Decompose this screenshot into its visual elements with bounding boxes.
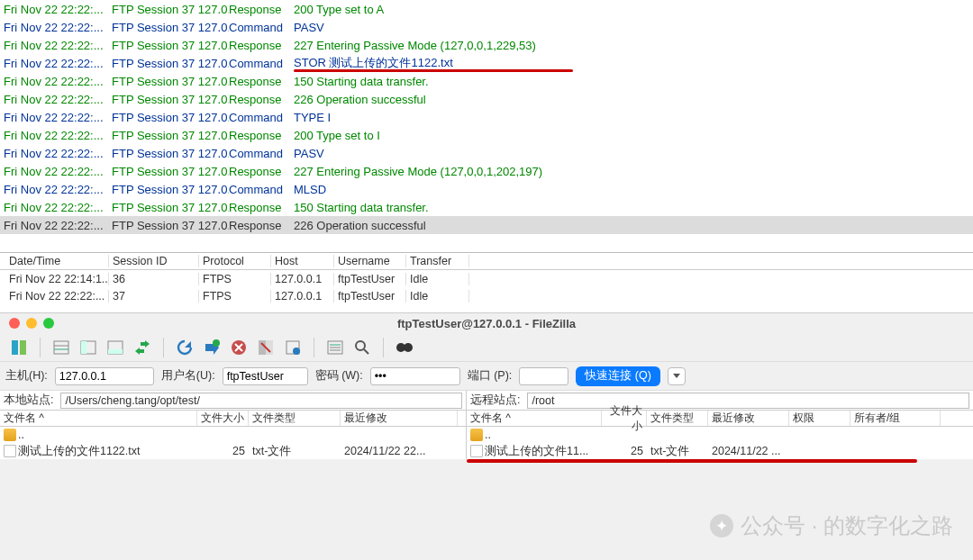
log-row[interactable]: Fri Nov 22 22:22:...FTP Session 37 127.0… [0, 144, 973, 162]
local-list-body[interactable]: ..测试上传的文件1122.txt25txt-文件2024/11/22 22..… [0, 427, 466, 459]
log-message: 200 Type set to I [294, 129, 969, 142]
maximize-icon[interactable] [43, 318, 54, 329]
log-message: MLSD [294, 183, 969, 196]
col-user[interactable]: Username [334, 255, 406, 267]
col-name[interactable]: 文件名 ^ [0, 411, 197, 426]
list-item[interactable]: 测试上传的文件11...25txt-文件2024/11/22 ... [467, 443, 973, 459]
col-name[interactable]: 文件名 ^ [467, 411, 602, 426]
log-row[interactable]: Fri Nov 22 22:22:...FTP Session 37 127.0… [0, 72, 973, 90]
col-proto[interactable]: Protocol [199, 255, 271, 267]
svg-line-20 [364, 349, 368, 354]
filter-icon[interactable] [325, 338, 345, 357]
user-label: 用户名(U): [161, 368, 215, 384]
titlebar[interactable]: ftpTestUser@127.0.0.1 - FileZilla [0, 313, 973, 333]
log-row[interactable]: Fri Nov 22 22:22:...FTP Session 37 127.0… [0, 0, 973, 18]
remote-path-input[interactable]: /root [527, 393, 969, 409]
log-type: Command [229, 147, 294, 160]
remote-path-pane: 远程站点: /root [467, 391, 973, 410]
log-row[interactable]: Fri Nov 22 22:22:...FTP Session 37 127.0… [0, 36, 973, 54]
log-type: Command [229, 183, 294, 196]
host-input[interactable] [55, 367, 154, 385]
svg-rect-2 [54, 341, 68, 354]
remote-list-body[interactable]: ..测试上传的文件11...25txt-文件2024/11/22 ... [467, 427, 973, 459]
toggle-log-icon[interactable] [51, 338, 71, 357]
col-date[interactable]: Date/Time [5, 255, 109, 267]
svg-point-14 [293, 348, 300, 355]
log-date: Fri Nov 22 22:22:... [4, 39, 112, 52]
port-label: 端口 (P): [468, 368, 513, 384]
wechat-icon: ✦ [710, 514, 733, 537]
reconnect-icon[interactable] [283, 338, 303, 357]
lists-row: 文件名 ^ 文件大小 文件类型 最近修改 ..测试上传的文件1122.txt25… [0, 411, 973, 459]
list-item[interactable]: .. [467, 427, 973, 443]
log-message: 150 Starting data transfer. [294, 75, 969, 88]
log-message: 227 Entering Passive Mode (127,0,0,1,202… [294, 165, 969, 178]
toolbar [0, 333, 973, 362]
col-type[interactable]: 文件类型 [647, 411, 708, 426]
list-item[interactable]: 测试上传的文件1122.txt25txt-文件2024/11/22 22... [0, 443, 466, 459]
log-session: FTP Session 37 127.0.... [112, 165, 229, 178]
history-dropdown[interactable] [668, 367, 686, 385]
cancel-icon[interactable] [229, 338, 249, 357]
log-row[interactable]: Fri Nov 22 22:22:...FTP Session 37 127.0… [0, 54, 973, 72]
log-type: Response [229, 93, 294, 106]
window-title: ftpTestUser@127.0.0.1 - FileZilla [0, 317, 973, 330]
log-type: Response [229, 129, 294, 142]
sync-icon[interactable] [132, 338, 152, 357]
log-date: Fri Nov 22 22:22:... [4, 165, 112, 178]
log-message: PASV [294, 21, 969, 34]
col-host[interactable]: Host [271, 255, 334, 267]
log-row[interactable]: Fri Nov 22 22:22:...FTP Session 37 127.0… [0, 216, 973, 234]
local-path-input[interactable]: /Users/cheng.tang/opt/test/ [60, 393, 462, 409]
col-type[interactable]: 文件类型 [249, 411, 341, 426]
pass-input[interactable] [370, 367, 460, 385]
col-size[interactable]: 文件大小 [602, 411, 647, 426]
log-row[interactable]: Fri Nov 22 22:22:...FTP Session 37 127.0… [0, 162, 973, 180]
svg-point-19 [356, 341, 365, 350]
log-date: Fri Nov 22 22:22:... [4, 93, 112, 106]
quickconnect-button[interactable]: 快速连接 (Q) [576, 366, 660, 386]
search-icon[interactable] [352, 338, 372, 357]
log-date: Fri Nov 22 22:22:... [4, 201, 112, 214]
disconnect-icon[interactable] [256, 338, 276, 357]
session-row[interactable]: Fri Nov 22 22:22:...37FTPS127.0.0.1ftpTe… [0, 287, 973, 304]
col-owner[interactable]: 所有者/组 [850, 411, 941, 426]
toggle-queue-icon[interactable] [105, 338, 125, 357]
col-transfer[interactable]: Transfer [406, 255, 469, 267]
compare-icon[interactable] [395, 338, 414, 357]
session-row[interactable]: Fri Nov 22 22:14:1...36FTPS127.0.0.1ftpT… [0, 270, 973, 287]
log-date: Fri Nov 22 22:22:... [4, 75, 112, 88]
col-perm[interactable]: 权限 [789, 411, 850, 426]
refresh-icon[interactable] [175, 338, 195, 357]
col-mod[interactable]: 最近修改 [341, 411, 458, 426]
log-date: Fri Nov 22 22:22:... [4, 219, 112, 232]
close-icon[interactable] [9, 318, 20, 329]
log-session: FTP Session 37 127.0.... [112, 75, 229, 88]
file-icon [470, 445, 483, 457]
log-date: Fri Nov 22 22:22:... [4, 57, 112, 70]
list-item[interactable]: .. [0, 427, 466, 443]
process-queue-icon[interactable] [202, 338, 222, 357]
log-row[interactable]: Fri Nov 22 22:22:...FTP Session 37 127.0… [0, 108, 973, 126]
pass-label: 密码 (W): [315, 368, 363, 384]
log-session: FTP Session 37 127.0.... [112, 129, 229, 142]
col-size[interactable]: 文件大小 [197, 411, 249, 426]
toggle-dirtree-icon[interactable] [78, 338, 98, 357]
local-list-header: 文件名 ^ 文件大小 文件类型 最近修改 [0, 411, 466, 427]
col-mod[interactable]: 最近修改 [708, 411, 789, 426]
remote-list-header: 文件名 ^ 文件大小 文件类型 最近修改 权限 所有者/组 [467, 411, 973, 427]
site-manager-icon[interactable] [9, 338, 29, 357]
log-row[interactable]: Fri Nov 22 22:22:...FTP Session 37 127.0… [0, 90, 973, 108]
log-row[interactable]: Fri Nov 22 22:22:...FTP Session 37 127.0… [0, 180, 973, 198]
col-session[interactable]: Session ID [109, 255, 199, 267]
log-row[interactable]: Fri Nov 22 22:22:...FTP Session 37 127.0… [0, 18, 973, 36]
log-row[interactable]: Fri Nov 22 22:22:...FTP Session 37 127.0… [0, 126, 973, 144]
folder-icon [4, 429, 16, 441]
port-input[interactable] [519, 367, 568, 385]
svg-rect-8 [108, 349, 123, 354]
user-input[interactable] [223, 367, 308, 385]
log-type: Response [229, 75, 294, 88]
minimize-icon[interactable] [26, 318, 37, 329]
log-row[interactable]: Fri Nov 22 22:22:...FTP Session 37 127.0… [0, 198, 973, 216]
log-date: Fri Nov 22 22:22:... [4, 21, 112, 34]
